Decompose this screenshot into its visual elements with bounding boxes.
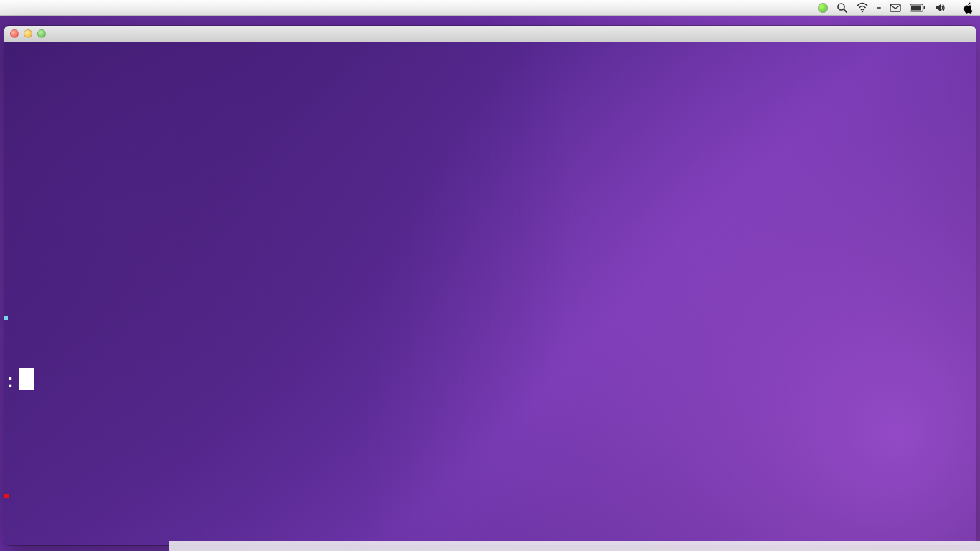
volume-icon[interactable] xyxy=(934,2,946,14)
svg-rect-3 xyxy=(890,4,900,11)
macos-menubar xyxy=(0,0,980,16)
svg-point-2 xyxy=(862,10,863,11)
perm-value-highlight xyxy=(4,316,8,320)
status-dot-icon xyxy=(818,3,828,13)
wifi-icon[interactable] xyxy=(857,2,868,14)
svg-line-1 xyxy=(844,9,847,12)
window-zoom-icon[interactable] xyxy=(37,29,46,38)
window-titlebar[interactable] xyxy=(4,26,976,42)
annotation-red-box xyxy=(4,494,9,498)
terminal-window: : xyxy=(4,26,976,545)
window-close-icon[interactable] xyxy=(10,29,19,38)
window-minimize-icon[interactable] xyxy=(24,29,32,38)
svg-rect-5 xyxy=(924,6,925,9)
input-source-indicator[interactable] xyxy=(877,7,881,9)
terminal-viewport[interactable]: : xyxy=(4,42,976,545)
spotlight-icon[interactable] xyxy=(837,2,848,14)
apple-icon[interactable] xyxy=(963,2,974,14)
battery-icon[interactable] xyxy=(910,4,925,12)
cursor-icon xyxy=(19,368,34,390)
mail-icon[interactable] xyxy=(890,2,901,14)
shell-prompt: : xyxy=(4,368,976,393)
background-caption xyxy=(169,541,980,551)
svg-rect-6 xyxy=(911,5,921,10)
